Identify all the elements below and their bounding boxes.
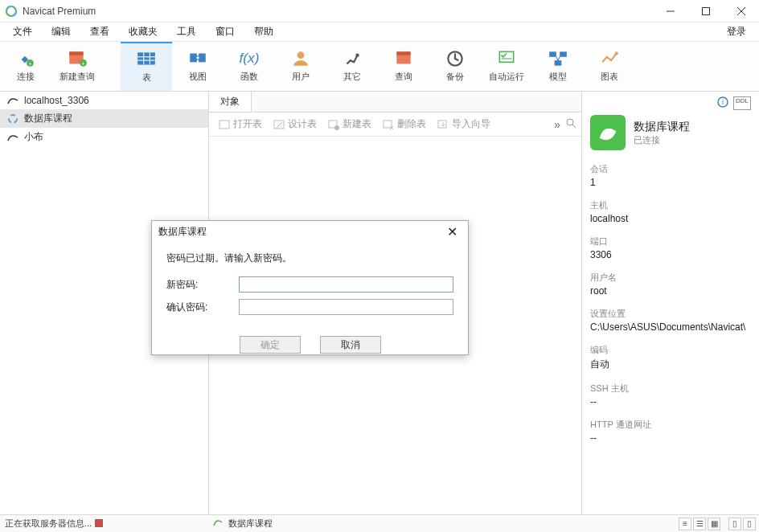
- info-status: 已连接: [634, 134, 690, 146]
- status-stop-icon[interactable]: [95, 519, 103, 529]
- tool-label: 自动运行: [489, 71, 524, 83]
- menu-tools[interactable]: 工具: [167, 23, 206, 40]
- tree-item-label: 小布: [24, 130, 43, 144]
- task-label: 数据库课程: [228, 518, 273, 530]
- app-icon: [5, 5, 18, 18]
- tool-label: 函数: [240, 71, 258, 83]
- loading-icon: [6, 113, 19, 125]
- window-maximize[interactable]: [688, 0, 724, 23]
- tool-chart[interactable]: 图表: [584, 42, 635, 91]
- tool-label: 查询: [395, 71, 412, 83]
- cancel-button[interactable]: 取消: [320, 336, 381, 354]
- svg-line-37: [276, 122, 282, 129]
- tool-label: 新建查询: [59, 71, 95, 83]
- task-icon[interactable]: [212, 518, 224, 530]
- menu-window[interactable]: 窗口: [206, 23, 244, 40]
- query-icon: [393, 50, 414, 68]
- backup-icon: [445, 50, 466, 68]
- obj-open-table[interactable]: 打开表: [214, 115, 267, 133]
- panel-toggle-left-icon[interactable]: ▯: [728, 518, 741, 530]
- svg-rect-26: [499, 51, 513, 62]
- tree-item-localhost[interactable]: localhost_3306: [0, 92, 208, 109]
- svg-text:f(x): f(x): [239, 50, 259, 66]
- tool-model[interactable]: 模型: [532, 42, 584, 91]
- autorun-icon: [496, 50, 517, 68]
- window-close[interactable]: [724, 0, 759, 23]
- svg-point-33: [615, 51, 618, 55]
- menu-favorites[interactable]: 收藏夹: [119, 23, 167, 40]
- svg-point-44: [567, 119, 573, 125]
- obj-new-table[interactable]: 新建表: [323, 115, 376, 133]
- tree-item-xiaobu[interactable]: 小布: [0, 128, 208, 146]
- new-password-label: 新密码:: [166, 278, 239, 292]
- info-panel: i DDL 数据库课程 已连接 会话1 主机localhost 端口3306 用…: [582, 92, 759, 514]
- connection-logo-icon: [590, 115, 626, 150]
- menu-view[interactable]: 查看: [80, 23, 119, 40]
- info-port: 3306: [590, 249, 751, 260]
- menu-file[interactable]: 文件: [3, 23, 42, 40]
- design-table-icon: [273, 119, 285, 130]
- svg-rect-28: [549, 51, 556, 57]
- tool-new-query[interactable]: + 新建查询: [51, 42, 103, 91]
- svg-rect-12: [137, 52, 155, 64]
- tool-autorun[interactable]: 自动运行: [481, 42, 532, 91]
- svg-text:+: +: [81, 60, 85, 68]
- plug-icon: +: [15, 50, 36, 68]
- svg-rect-43: [438, 121, 446, 128]
- tool-connect[interactable]: + 连接: [0, 42, 51, 91]
- info-session: 1: [590, 177, 751, 188]
- obj-design-table[interactable]: 设计表: [269, 115, 322, 133]
- menu-login[interactable]: 登录: [717, 23, 756, 40]
- svg-text:i: i: [722, 98, 724, 106]
- svg-line-31: [556, 57, 558, 60]
- tool-label: 模型: [549, 71, 567, 83]
- toolbar: + 连接 + 新建查询 表 视图 f(x) 函数 用户 其它 查询 备份 自动运…: [0, 42, 759, 92]
- more-icon[interactable]: »: [551, 118, 564, 131]
- tool-backup[interactable]: 备份: [429, 42, 481, 91]
- dialog-close-icon[interactable]: ✕: [442, 224, 462, 239]
- menu-edit[interactable]: 编辑: [42, 23, 80, 40]
- new-password-input[interactable]: [239, 276, 453, 293]
- view-grid-icon[interactable]: ▦: [708, 518, 720, 530]
- svg-point-39: [334, 125, 339, 130]
- tool-view[interactable]: 视图: [172, 42, 224, 91]
- svg-rect-3: [703, 7, 710, 14]
- svg-point-21: [297, 51, 305, 59]
- view-list-icon[interactable]: ≡: [679, 518, 691, 530]
- tool-label: 其它: [343, 71, 361, 83]
- ddl-icon[interactable]: DDL: [733, 96, 751, 110]
- tool-label: 用户: [292, 71, 310, 83]
- confirm-password-input[interactable]: [239, 299, 453, 315]
- info-icon[interactable]: i: [717, 96, 728, 110]
- info-encoding: 自动: [590, 358, 751, 371]
- tab-objects[interactable]: 对象: [209, 92, 252, 112]
- svg-point-19: [196, 56, 199, 59]
- panel-toggle-right-icon[interactable]: ▯: [743, 518, 756, 530]
- tool-function[interactable]: f(x) 函数: [224, 42, 275, 91]
- window-minimize[interactable]: [653, 0, 688, 23]
- tool-query[interactable]: 查询: [378, 42, 429, 91]
- chart-icon: [599, 50, 620, 68]
- table-icon: [136, 51, 157, 68]
- view-detail-icon[interactable]: ☰: [693, 518, 706, 530]
- tool-table[interactable]: 表: [121, 42, 172, 91]
- tool-label: 连接: [17, 71, 35, 83]
- tool-other[interactable]: 其它: [326, 42, 378, 91]
- svg-line-45: [572, 125, 576, 128]
- obj-delete-table[interactable]: 删除表: [378, 115, 431, 133]
- obj-import[interactable]: 导入向导: [433, 115, 495, 133]
- dialog-message: 密码已过期。请输入新密码。: [166, 252, 453, 265]
- dialog-title: 数据库课程: [158, 225, 207, 239]
- import-icon: [437, 119, 449, 130]
- user-icon: [290, 50, 311, 68]
- tool-user[interactable]: 用户: [275, 42, 326, 91]
- titlebar: Navicat Premium: [0, 0, 759, 23]
- svg-line-32: [558, 57, 560, 60]
- tree-item-dbcourse[interactable]: 数据库课程: [0, 109, 208, 128]
- menu-help[interactable]: 帮助: [244, 23, 283, 40]
- tree-item-label: localhost_3306: [24, 95, 89, 106]
- svg-text:+: +: [28, 60, 32, 68]
- app-title: Navicat Premium: [23, 6, 653, 17]
- search-icon[interactable]: [565, 117, 576, 131]
- ok-button[interactable]: 确定: [240, 336, 301, 354]
